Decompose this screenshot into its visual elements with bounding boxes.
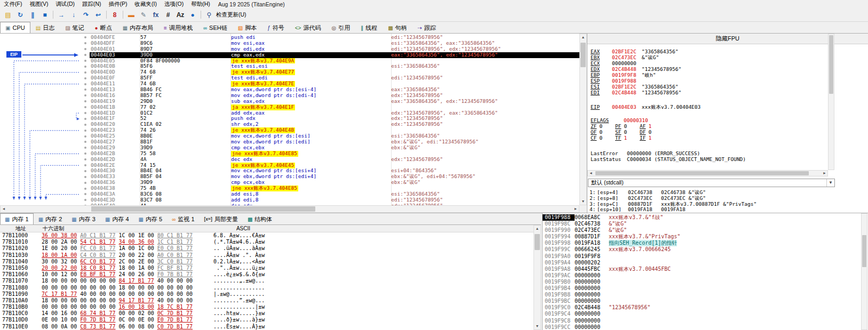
memtab-2[interactable]: ▦内存 3 (67, 213, 100, 224)
memtab-7[interactable]: ▩结构体 (243, 213, 277, 224)
stack-value[interactable]: 00000000 (575, 272, 609, 279)
memtab-5[interactable]: ∞监视 1 (167, 213, 199, 224)
disasm-row[interactable]: 00404E3D83C7 08add edi,8edi:"12345678956… (0, 197, 579, 203)
log-icon[interactable]: ● (187, 10, 198, 20)
calling-convention-select[interactable]: 默认 (stdcall) ▼ (588, 179, 835, 187)
memory-row[interactable]: 77B110201E 00 20 00 FC C0 B1 77 1A 00 1C… (0, 245, 533, 252)
stack-row[interactable]: 0019F9880068EA8Cxxx账本v3.7.&"f敁" (543, 214, 868, 221)
flag-IF[interactable]: IF1 (640, 135, 664, 141)
tab-breakpoints[interactable]: ●断点 (90, 22, 117, 33)
menu-item-4[interactable]: 插件(P) (105, 1, 131, 8)
menu-item-1[interactable]: 视图(V) (26, 1, 52, 8)
register-row-EDX[interactable]: EDX02C4B448"12345678956" (587, 66, 827, 72)
memory-hex[interactable]: 36 00 38 00 A0 C1 B1 77 1C 00 1E 00 80 C… (42, 232, 213, 239)
memtab-1[interactable]: ▦内存 2 (34, 213, 67, 224)
stack-value[interactable]: 00000000 (575, 285, 609, 292)
memtab-3[interactable]: ▦内存 4 (100, 213, 134, 224)
breakpoint-dot-icon[interactable] (84, 130, 86, 132)
memory-row[interactable]: 77B1108000 00 00 00 00 00 00 00 18 00 00… (0, 285, 533, 291)
register-row-EBP[interactable]: EBP0019F9F8"岐h" (587, 72, 827, 78)
breakpoint-dot-icon[interactable] (84, 205, 86, 205)
breakpoint-gutter[interactable] (0, 139, 90, 145)
stack-address[interactable]: 0019F9A8 (543, 266, 575, 272)
tab-call-stack[interactable]: ≡调用堆栈 (158, 22, 198, 33)
register-name[interactable]: ECX (591, 60, 612, 66)
stack-value[interactable]: 0068EA8C (575, 214, 609, 221)
breakpoint-dot-icon[interactable] (84, 71, 86, 74)
check-update-label[interactable]: 检查更新(U) (216, 11, 246, 19)
memory-row[interactable]: 77B110A018 00 00 00 00 00 00 00 94 17 B1… (0, 297, 533, 304)
scroll-up-button[interactable] (580, 34, 586, 41)
memtab-0[interactable]: ▦内存 1 (0, 213, 34, 224)
breakpoint-dot-icon[interactable] (84, 106, 86, 108)
stack-value[interactable]: 00000000 (575, 292, 609, 298)
breakpoint-gutter[interactable] (0, 151, 90, 157)
disasm-row[interactable]: 00404E404Adec edxedx:"12345678956" (0, 203, 579, 205)
tab-threads[interactable]: ∥线程 (355, 22, 383, 33)
breakpoint-gutter[interactable] (0, 104, 90, 110)
memory-hex[interactable]: 0E 00 10 00 F0 7D B1 77 0C 00 0E 00 E0 7… (42, 317, 213, 323)
stack-value[interactable]: 02C473EC (575, 227, 609, 234)
memory-row[interactable]: 77B110C014 00 16 00 68 74 B1 77 00 00 02… (0, 310, 533, 317)
stack-address[interactable]: 0019F998 (543, 240, 575, 246)
comment-icon[interactable]: # (162, 10, 174, 20)
stack-row[interactable]: 0019F9C002C4B448"12345678956" (543, 304, 868, 311)
flag-AF[interactable]: AF1 (640, 123, 664, 129)
memory-hex[interactable]: 10 00 12 00 E8 BF B1 77 24 00 26 00 F0 7… (42, 271, 213, 278)
scroll-left-button[interactable] (588, 171, 594, 176)
memory-vertical-scrollbar[interactable] (533, 225, 541, 330)
breakpoint-gutter[interactable] (0, 110, 90, 116)
menu-item-6[interactable]: 选项(O) (161, 1, 187, 8)
check-update-icon[interactable]: ⚲ (203, 10, 215, 20)
disasm-row[interactable]: 00404E338B5F 04mov ebx,dword ptr ds:[edi… (0, 174, 579, 180)
stack-address[interactable]: 0019F990 (543, 227, 575, 234)
breakpoint-gutter[interactable] (0, 81, 90, 87)
flag-PF[interactable]: PF0 (615, 123, 640, 129)
register-value[interactable]: 00404E03 (612, 104, 636, 110)
breakpoint-dot-icon[interactable] (84, 118, 86, 120)
step-into-icon[interactable]: ↓ (68, 10, 79, 20)
disasm-row[interactable]: 00404E1B77 02ja xxx账本v3.7.404E1F (0, 104, 579, 110)
stop-icon[interactable]: ■ (39, 10, 51, 20)
disasm-row[interactable]: 00404E3875 4Bjne xxx账本v3.7.404E85 (0, 186, 579, 191)
execute-till-return-icon[interactable]: ↩ (92, 10, 104, 20)
memory-row[interactable]: 77B1103018 00 1A 00 C4 C0 B1 77 20 00 22… (0, 252, 533, 259)
breakpoint-dot-icon[interactable] (84, 88, 86, 91)
stack-value[interactable]: 0019F9F8 (575, 253, 609, 260)
register-name[interactable]: EDX (591, 66, 612, 72)
stack-value[interactable]: 02C46738 (575, 221, 609, 227)
stack-row[interactable]: 0019F9AC00000000 (543, 272, 868, 279)
fx-icon[interactable]: fx (150, 10, 162, 20)
register-value[interactable]: 00000310 (624, 117, 648, 123)
disasm-row[interactable]: 00404E0D74 68je xxx账本v3.7.404E77 (0, 69, 579, 75)
open-file-icon[interactable]: ▤ (2, 10, 14, 20)
tab-symbols[interactable]: ƒ符号 (262, 22, 290, 33)
breakpoint-gutter[interactable] (0, 41, 90, 46)
breakpoint-dot-icon[interactable] (84, 60, 86, 62)
disasm-row[interactable]: 00404E2D4Adec edxedx:"12345678956" (0, 157, 579, 163)
memory-hex[interactable]: 00 00 00 00 00 00 00 00 16 00 18 00 18 7… (42, 304, 213, 310)
breakpoint-dot-icon[interactable] (84, 176, 86, 178)
breakpoint-gutter[interactable] (0, 69, 90, 75)
menu-item-0[interactable]: 文件(F) (0, 1, 26, 8)
breakpoint-gutter[interactable] (0, 63, 90, 69)
disasm-vertical-scrollbar[interactable] (579, 34, 587, 205)
breakpoint-gutter[interactable] (0, 75, 90, 81)
tab-notes[interactable]: ▨笔记 (60, 22, 89, 33)
chevron-down-icon[interactable]: ▼ (826, 179, 834, 187)
breakpoint-dot-icon[interactable] (84, 188, 86, 190)
breakpoint-gutter[interactable] (0, 58, 90, 64)
stack-value[interactable]: 02C4B448 (575, 304, 609, 311)
memory-row[interactable]: 77B1106010 00 12 00 E8 BF B1 77 24 00 26… (0, 271, 533, 278)
stack-address[interactable]: 0019F9A0 (543, 253, 575, 260)
menu-item-5[interactable]: 收藏夹(I) (131, 1, 161, 8)
breakpoint-dot-icon[interactable] (84, 48, 86, 50)
breakpoint-gutter[interactable] (0, 203, 90, 205)
breakpoint-gutter[interactable] (0, 186, 90, 191)
stack-row[interactable]: 0019F99C00666245xxx账本v3.7.00666245 (543, 246, 868, 253)
stack-row[interactable]: 0019F9B000000000 (543, 279, 868, 285)
stack-value[interactable]: 0019FA18 (575, 240, 609, 246)
stack-row[interactable]: 0019F9BC00000000 (543, 298, 868, 304)
breakpoint-gutter[interactable] (0, 116, 90, 122)
stack-value[interactable]: 00445FBC (575, 266, 609, 272)
